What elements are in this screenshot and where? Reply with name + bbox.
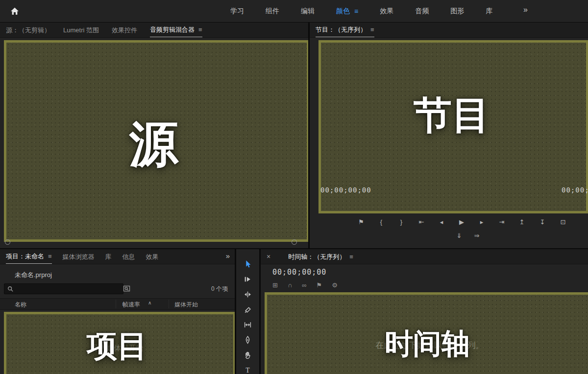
sort-ascending-icon[interactable]: ∧ — [148, 300, 151, 305]
step-forward-button[interactable]: ▸ — [477, 217, 486, 227]
track-select-forward-icon — [244, 275, 252, 283]
workspace-tab-graphics[interactable]: 图形 — [450, 7, 464, 16]
tab-label: 时间轴：（无序列） — [288, 250, 345, 264]
lift-button[interactable]: ↥ — [517, 217, 526, 227]
create-search-bin-button[interactable] — [122, 283, 131, 293]
workspace-tab-label: 颜色 — [336, 7, 350, 16]
export-frame-button[interactable]: ⊡ — [559, 217, 567, 227]
project-search-box — [4, 283, 123, 294]
tools-panel: T — [236, 249, 259, 374]
ripple-edit-icon — [244, 290, 252, 299]
play-button[interactable]: ▶ — [457, 217, 466, 227]
selection-tool[interactable] — [241, 258, 255, 270]
column-separator[interactable] — [169, 300, 169, 308]
panel-menu-icon[interactable]: ≡ — [370, 23, 374, 37]
tab-effects[interactable]: 效果 — [146, 250, 159, 264]
pen-tool-icon — [244, 336, 252, 344]
linked-selection-icon[interactable]: ∞ — [302, 281, 306, 289]
tools-column: T — [236, 249, 259, 374]
tab-audio-clip-mixer[interactable]: 音频剪辑混合器 ≡ — [150, 23, 202, 37]
tab-libraries[interactable]: 库 — [105, 250, 112, 264]
search-icon — [7, 286, 13, 292]
ripple-edit-tool[interactable] — [241, 288, 255, 300]
timeline-toolbar: ⊞ ∩ ∞ ⚑ ⚙ — [272, 281, 338, 289]
workspace-tab-learn[interactable]: 学习 — [230, 7, 244, 16]
program-panel-tabbar: 节目：（无序列） ≡ — [310, 23, 588, 38]
program-duration-timecode: 00;00;00;00 — [562, 186, 588, 194]
tab-label: 音频剪辑混合器 — [150, 23, 195, 37]
type-tool-icon: T — [244, 366, 252, 374]
tab-effect-controls[interactable]: 效果控件 — [112, 23, 137, 37]
search-bin-icon — [123, 285, 130, 292]
pen-tool[interactable] — [241, 334, 255, 346]
track-select-forward-tool[interactable] — [241, 273, 255, 285]
column-framerate[interactable]: 帧速率 — [122, 301, 140, 309]
overwrite-button[interactable]: ⇒ — [472, 231, 481, 241]
tab-program-no-sequence[interactable]: 节目：（无序列） ≡ — [316, 23, 374, 37]
type-tool[interactable]: T — [241, 364, 255, 374]
search-input[interactable] — [16, 285, 120, 293]
panel-menu-icon[interactable]: ≡ — [48, 249, 52, 263]
tab-project-untitled[interactable]: 项目：未命名 ≡ — [6, 249, 52, 264]
scrollbar-handle-right[interactable] — [292, 239, 297, 245]
workspace-tab-edit[interactable]: 编辑 — [301, 7, 315, 16]
timeline-panel-tabbar: × 时间轴：（无序列） ≡ — [261, 249, 588, 264]
tab-source-no-clip[interactable]: 源：（无剪辑） — [6, 23, 50, 37]
tab-info[interactable]: 信息 — [122, 250, 135, 264]
insert-button[interactable]: ⇓ — [455, 231, 464, 241]
source-monitor-panel: 源：（无剪辑） Lumetri 范围 效果控件 音频剪辑混合器 ≡ 源 — [0, 23, 308, 248]
insert-overwrite-toggle-icon[interactable]: ⊞ — [272, 281, 278, 289]
workspace-tab-libraries[interactable]: 库 — [486, 7, 492, 16]
tab-lumetri-scopes[interactable]: Lumetri 范围 — [63, 23, 99, 37]
workspace-tab-color[interactable]: 颜色 ≡ — [336, 7, 358, 16]
workspace-tab-audio[interactable]: 音频 — [415, 7, 429, 16]
home-button[interactable] — [8, 4, 22, 18]
slip-tool[interactable] — [241, 319, 255, 330]
go-to-out-button[interactable]: ⇥ — [497, 217, 506, 227]
razor-tool[interactable] — [241, 304, 255, 315]
hand-tool[interactable] — [241, 349, 255, 361]
mark-in-button[interactable]: { — [377, 217, 386, 227]
panel-overflow-icon[interactable]: » — [226, 252, 230, 260]
workspace-tab-effects[interactable]: 效果 — [380, 7, 393, 16]
step-back-button[interactable]: ◂ — [437, 217, 446, 227]
tab-label: 项目：未命名 — [6, 249, 44, 263]
panel-menu-icon[interactable]: ≡ — [349, 250, 353, 264]
svg-text:T: T — [245, 367, 250, 374]
tab-label: 节目：（无序列） — [316, 23, 367, 37]
snap-icon[interactable]: ∩ — [288, 281, 292, 289]
project-panel: 项目：未命名 ≡ 媒体浏览器 库 信息 效果 » 未命名.prproj 0 个项… — [0, 249, 235, 374]
tab-media-browser[interactable]: 媒体浏览器 — [63, 250, 95, 264]
program-watermark: 节目 — [414, 90, 490, 141]
timeline-watermark: 时间轴 — [385, 325, 470, 363]
timeline-settings-icon[interactable]: ⚙ — [332, 281, 338, 289]
extract-button[interactable]: ↧ — [538, 217, 547, 227]
slip-tool-icon — [244, 321, 252, 329]
source-panel-tabbar: 源：（无剪辑） Lumetri 范围 效果控件 音频剪辑混合器 ≡ — [0, 23, 308, 38]
selection-tool-icon — [244, 260, 252, 268]
scrollbar-handle-left[interactable] — [5, 239, 10, 245]
column-name[interactable]: 名称 — [15, 301, 26, 309]
project-filename: 未命名.prproj — [15, 271, 52, 280]
project-item-count: 0 个项 — [211, 285, 228, 293]
workspace-overflow-icon[interactable]: » — [523, 5, 528, 14]
razor-tool-icon — [244, 305, 252, 314]
mark-out-button[interactable]: } — [397, 217, 406, 227]
timeline-current-timecode[interactable]: 00;00;00;00 — [272, 268, 326, 277]
project-column-headers: 名称 帧速率 ∧ 媒体开始 — [0, 298, 235, 310]
column-separator[interactable] — [116, 300, 116, 308]
workspace-menu-icon[interactable]: ≡ — [354, 7, 358, 15]
program-current-timecode[interactable]: 00;00;00;00 — [320, 186, 371, 194]
app-topbar: 学习 组件 编辑 颜色 ≡ 效果 音频 图形 库 » — [0, 0, 588, 23]
column-media-start[interactable]: 媒体开始 — [174, 301, 198, 309]
add-marker-icon[interactable]: ⚑ — [317, 281, 322, 289]
panel-menu-icon[interactable]: ≡ — [198, 23, 202, 37]
panel-close-icon[interactable]: × — [267, 253, 270, 260]
tab-timeline-no-sequence[interactable]: 时间轴：（无序列） ≡ — [288, 250, 353, 264]
hand-tool-icon — [244, 351, 252, 359]
program-transport-right-group: ↥ ↧ ⊡ — [517, 217, 567, 227]
timeline-panel: × 时间轴：（无序列） ≡ 00;00;00;00 ⊞ ∩ ∞ ⚑ ⚙ 在此处放… — [261, 249, 588, 374]
workspace-tab-assembly[interactable]: 组件 — [266, 7, 279, 16]
go-to-in-button[interactable]: ⇤ — [417, 217, 426, 227]
add-marker-button[interactable]: ⚑ — [357, 217, 366, 227]
